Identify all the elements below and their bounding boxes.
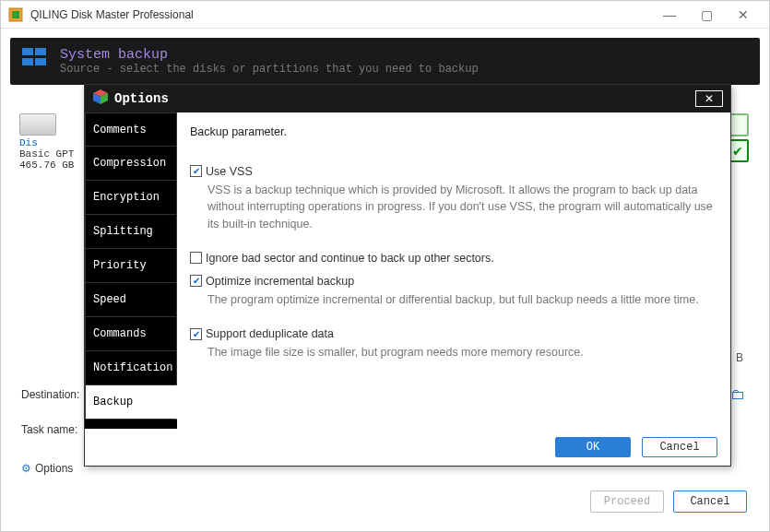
checkbox-icon: ✔ xyxy=(190,328,202,340)
maximize-button[interactable]: ▢ xyxy=(688,2,725,28)
dialog-close-button[interactable]: ✕ xyxy=(695,90,723,107)
option-ignore-bad-sector: Ignore bad sector and continue to back u… xyxy=(190,252,717,267)
unit-label: B xyxy=(736,351,743,364)
option-use-vss: ✔ Use VSS VSS is a backup technique whic… xyxy=(190,164,717,233)
options-sidebar: Comments Compression Encryption Splittin… xyxy=(85,112,177,429)
tab-backup[interactable]: Backup xyxy=(85,385,177,420)
checkbox-optimize-incremental[interactable]: ✔ Optimize incremental backup xyxy=(190,275,354,288)
page-subtitle: Source - select the disks or partitions … xyxy=(60,63,479,76)
option-optimize-incremental: ✔ Optimize incremental backup The progra… xyxy=(190,274,717,308)
checkbox-icon: ✔ xyxy=(190,275,202,287)
options-dialog: Options ✕ Comments Compression Encryptio… xyxy=(84,84,731,467)
option-support-deduplicate: ✔ Support deduplicate data The image fil… xyxy=(190,327,717,361)
checkbox-support-deduplicate[interactable]: ✔ Support deduplicate data xyxy=(190,327,334,340)
page-header: System backup Source - select the disks … xyxy=(10,38,760,85)
task-name-label: Task name: xyxy=(21,423,77,436)
footer-buttons: Proceed Cancel xyxy=(590,491,747,513)
options-link[interactable]: ⚙Options xyxy=(21,462,73,475)
panel-heading: Backup parameter. xyxy=(190,125,717,138)
titlebar[interactable]: QILING Disk Master Professional — ▢ ✕ xyxy=(1,1,769,29)
close-button[interactable]: ✕ xyxy=(725,2,762,28)
tab-comments[interactable]: Comments xyxy=(85,112,177,147)
tab-commands[interactable]: Commands xyxy=(85,317,177,351)
disk-type: Basic GPT xyxy=(19,148,93,160)
disk-icon xyxy=(19,113,56,136)
option-label: Optimize incremental backup xyxy=(206,275,354,288)
checkbox-ignore-bad-sector[interactable]: Ignore bad sector and continue to back u… xyxy=(190,252,494,265)
destination-label: Destination: xyxy=(21,388,79,401)
dialog-title: Options xyxy=(114,91,695,106)
cube-icon xyxy=(92,89,109,109)
dialog-titlebar[interactable]: Options ✕ xyxy=(85,85,730,112)
option-desc: The image file size is smaller, but prog… xyxy=(207,344,717,361)
minimize-button[interactable]: — xyxy=(651,2,688,28)
disk-name: Dis xyxy=(19,137,93,148)
option-desc: VSS is a backup technique which is provi… xyxy=(207,182,717,233)
tab-encryption[interactable]: Encryption xyxy=(85,181,177,215)
dialog-footer: OK Cancel xyxy=(85,429,730,466)
checkbox-use-vss[interactable]: ✔ Use VSS xyxy=(190,165,253,178)
proceed-button[interactable]: Proceed xyxy=(590,491,664,513)
app-icon xyxy=(8,7,23,22)
page-title: System backup xyxy=(60,47,479,63)
tab-splitting[interactable]: Splitting xyxy=(85,215,177,249)
app-title: QILING Disk Master Professional xyxy=(30,8,651,21)
options-panel: Backup parameter. ✔ Use VSS VSS is a bac… xyxy=(177,112,730,429)
ok-button[interactable]: OK xyxy=(555,437,631,457)
browse-icon[interactable]: 🗀 xyxy=(730,386,745,403)
disk-size: 465.76 GB xyxy=(19,160,93,171)
option-label: Use VSS xyxy=(206,165,253,178)
option-label: Ignore bad sector and continue to back u… xyxy=(206,252,494,265)
disk-item[interactable]: Dis Basic GPT 465.76 GB xyxy=(19,113,93,171)
option-label: Support deduplicate data xyxy=(206,327,334,340)
option-desc: The program optimize incremental or diff… xyxy=(207,291,717,309)
tab-priority[interactable]: Priority xyxy=(85,249,177,283)
gear-icon: ⚙ xyxy=(21,462,31,475)
dialog-cancel-button[interactable]: Cancel xyxy=(642,437,717,457)
tab-notification[interactable]: Notification xyxy=(85,351,177,385)
grid-icon xyxy=(21,47,51,67)
svg-rect-1 xyxy=(12,11,19,18)
tab-compression[interactable]: Compression xyxy=(85,147,177,181)
checkbox-icon: ✔ xyxy=(190,165,202,177)
checkbox-icon xyxy=(190,252,202,264)
tab-speed[interactable]: Speed xyxy=(85,283,177,317)
app-window: QILING Disk Master Professional — ▢ ✕ Sy… xyxy=(0,0,770,532)
cancel-button[interactable]: Cancel xyxy=(673,491,747,513)
